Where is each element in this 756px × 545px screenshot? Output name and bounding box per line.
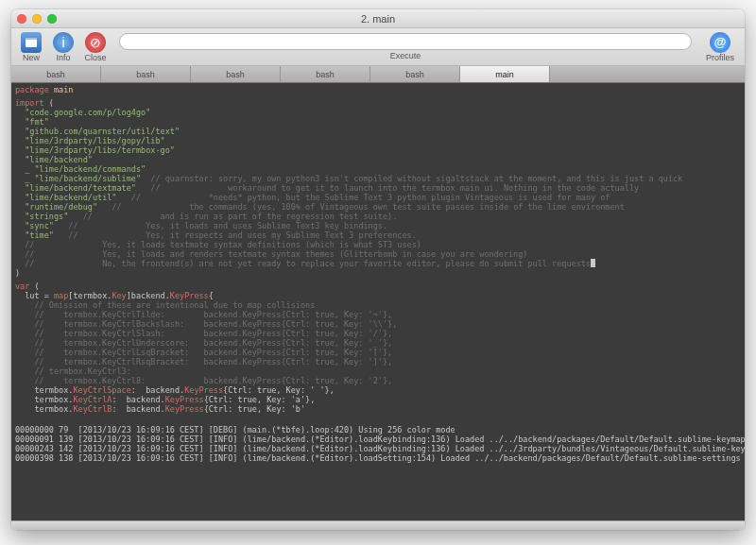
tab-3[interactable]: bash: [281, 66, 370, 82]
window-title: 2. main: [11, 13, 745, 25]
titlebar: 2. main: [11, 9, 745, 28]
info-label: Info: [56, 53, 70, 62]
execute-group: Execute: [113, 33, 697, 60]
tab-5[interactable]: main: [460, 66, 550, 82]
app-window: 2. main New i Info ⊘ Close Execute @ Pro…: [11, 9, 745, 530]
minimize-window-icon[interactable]: [32, 14, 42, 24]
new-label: New: [23, 53, 40, 62]
log-output: 00000000 79 [2013/10/23 16:09:16 CEST] […: [15, 425, 741, 463]
tab-1[interactable]: bash: [101, 66, 191, 82]
profiles-icon: @: [710, 32, 730, 53]
tab-bar: bashbashbashbashbashmain: [11, 66, 745, 83]
new-button[interactable]: New: [17, 32, 45, 62]
tab-2[interactable]: bash: [191, 66, 281, 82]
profiles-label: Profiles: [706, 53, 734, 62]
profiles-button[interactable]: @ Profiles: [701, 32, 739, 62]
new-window-icon: [21, 32, 42, 53]
text-cursor: [591, 259, 595, 267]
execute-label: Execute: [390, 51, 421, 60]
svg-rect-1: [26, 38, 37, 40]
close-button[interactable]: ⊘ Close: [81, 32, 110, 62]
close-label: Close: [84, 53, 106, 62]
execute-input[interactable]: [119, 33, 692, 50]
terminal-view[interactable]: package mainimport ( "code.google.com/p/…: [11, 83, 745, 520]
zoom-window-icon[interactable]: [47, 14, 57, 24]
window-footer: [11, 520, 745, 530]
tab-4[interactable]: bash: [370, 66, 460, 82]
tab-0[interactable]: bash: [11, 66, 101, 82]
traffic-lights: [17, 14, 57, 24]
toolbar: New i Info ⊘ Close Execute @ Profiles: [11, 28, 745, 66]
info-button[interactable]: i Info: [49, 32, 77, 62]
close-window-icon[interactable]: [17, 14, 26, 24]
close-icon: ⊘: [85, 32, 106, 53]
info-icon: i: [53, 32, 74, 53]
